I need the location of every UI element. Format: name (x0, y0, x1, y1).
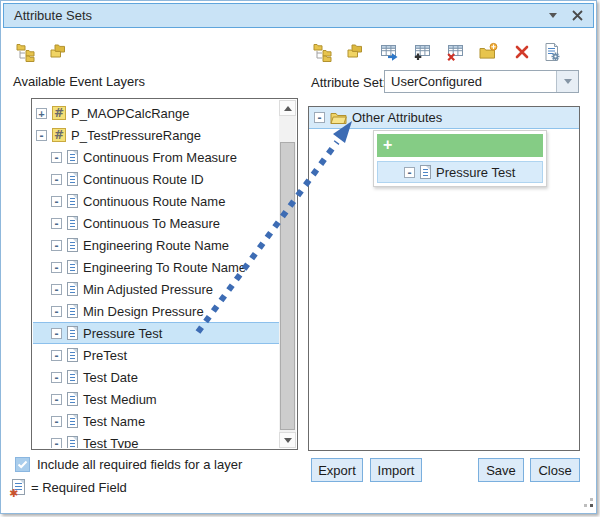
tree-item[interactable]: + P_MAOPCalcRange (33, 102, 279, 124)
arrow-up-icon (284, 102, 292, 111)
attribute-set-tree-button-2[interactable] (313, 42, 335, 63)
delete-button[interactable] (512, 42, 534, 63)
attribute-set-tree-button[interactable] (16, 42, 38, 63)
expander-icon[interactable]: - (51, 196, 62, 207)
tree-item-label: Min Adjusted Pressure (83, 282, 213, 297)
expander-icon[interactable]: - (51, 372, 62, 383)
combobox-dropdown-button[interactable] (556, 71, 578, 92)
tree-item[interactable]: - PreTest (33, 344, 279, 366)
tree-item[interactable]: - Continuous To Measure (33, 212, 279, 234)
expander-icon[interactable]: - (51, 152, 62, 163)
tree-item-label: Engineering Route Name (83, 238, 229, 253)
tree-item[interactable]: - Continuous Route ID (33, 168, 279, 190)
tree-item[interactable]: - Pressure Test (33, 322, 279, 344)
expander-icon[interactable]: - (51, 174, 62, 185)
resize-grip[interactable] (580, 497, 594, 511)
tree-item-label: Continuous Route Name (83, 194, 225, 209)
expander-icon[interactable]: - (51, 416, 62, 427)
tree-item[interactable]: - Test Type (33, 432, 279, 448)
drag-preview-item: - Pressure Test (377, 161, 543, 183)
legend-text: = Required Field (31, 480, 127, 495)
tree-item-label: Test Date (83, 370, 138, 385)
expander-icon[interactable]: - (51, 306, 62, 317)
expander-icon[interactable]: - (51, 438, 62, 449)
table-x-icon (445, 42, 465, 62)
document-gear-icon (542, 42, 562, 62)
tree-item[interactable]: - Continuous Route Name (33, 190, 279, 212)
tree-item-label: Pressure Test (83, 326, 162, 341)
tree-item-label: Test Medium (83, 392, 157, 407)
folder-badge-icon (478, 42, 498, 62)
include-required-checkbox[interactable] (15, 457, 30, 472)
item-icon (67, 260, 78, 274)
attribute-set-combobox[interactable]: UserConfigured (384, 70, 579, 93)
configure-document-button[interactable] (542, 42, 564, 63)
expander-icon[interactable]: - (51, 218, 62, 229)
collapse-chevron-icon[interactable] (549, 13, 557, 22)
expander-icon[interactable]: - (314, 112, 325, 123)
import-button[interactable]: Import (370, 458, 422, 482)
expander-icon[interactable]: + (36, 108, 47, 119)
scroll-up-button[interactable] (279, 100, 296, 116)
expander-icon: - (404, 167, 415, 178)
item-icon (67, 348, 78, 362)
other-attributes-folder-row[interactable]: - Other Attributes (309, 107, 579, 129)
attribute-set-tree-icon (313, 42, 333, 62)
arrow-down-icon (284, 438, 292, 447)
save-button[interactable]: Save (478, 458, 524, 482)
tree-item[interactable]: - Test Medium (33, 388, 279, 410)
expander-icon[interactable]: - (51, 240, 62, 251)
scroll-down-button[interactable] (279, 432, 296, 448)
titlebar[interactable]: Attribute Sets (3, 3, 594, 28)
available-event-layers-panel: + P_MAOPCalcRange - P_TestPressureRange … (31, 98, 298, 450)
add-event-table-button[interactable] (412, 42, 434, 63)
export-button[interactable]: Export (311, 458, 363, 482)
item-icon (67, 304, 78, 318)
tree-item[interactable]: - Test Name (33, 410, 279, 432)
copy-event-table-button[interactable] (379, 42, 401, 63)
item-icon (67, 150, 78, 164)
scrollbar-thumb[interactable] (280, 142, 295, 430)
item-icon (67, 216, 78, 230)
expander-icon[interactable]: - (51, 262, 62, 273)
drag-preview: + - Pressure Test (373, 130, 547, 187)
tree-item-label: Engineering To Route Name (83, 260, 246, 275)
include-required-label: Include all required fields for a layer (37, 457, 242, 472)
expander-icon[interactable]: - (36, 130, 47, 141)
tree-item[interactable]: - Continuous From Measure (33, 146, 279, 168)
attribute-set-label: Attribute Set: (311, 75, 386, 90)
tree-item-label: Continuous Route ID (83, 172, 204, 187)
close-button[interactable]: Close (530, 458, 580, 482)
red-x-icon (512, 42, 532, 62)
drag-item-label: Pressure Test (436, 165, 515, 180)
close-icon[interactable] (572, 10, 583, 21)
item-icon (67, 392, 78, 406)
document-icon (420, 165, 431, 179)
open-attribute-set-button-2[interactable] (346, 42, 368, 63)
attribute-set-panel: - Other Attributes + - Pressure Test (308, 106, 580, 451)
expander-icon[interactable]: - (51, 328, 62, 339)
tree-scrollbar[interactable] (279, 100, 296, 448)
item-icon (67, 238, 78, 252)
chevron-down-icon (564, 79, 572, 88)
tree-item[interactable]: - Min Adjusted Pressure (33, 278, 279, 300)
tree-item-label: P_TestPressureRange (71, 128, 201, 143)
tree-item[interactable]: - Min Design Pressure (33, 300, 279, 322)
required-field-icon: ✱ (12, 479, 25, 495)
folders-icon (49, 42, 69, 62)
item-icon (67, 326, 78, 340)
window-title: Attribute Sets (4, 8, 549, 23)
asterisk-icon: ✱ (9, 488, 18, 499)
tree-item[interactable]: - P_TestPressureRange (33, 124, 279, 146)
expander-icon[interactable]: - (51, 350, 62, 361)
expander-icon[interactable]: - (51, 284, 62, 295)
tree-item[interactable]: - Engineering Route Name (33, 234, 279, 256)
open-attribute-set-button[interactable] (49, 42, 71, 63)
tree-item[interactable]: - Engineering To Route Name (33, 256, 279, 278)
tree-item-label: Test Name (83, 414, 145, 429)
remove-event-table-button[interactable] (445, 42, 467, 63)
expander-icon[interactable]: - (51, 394, 62, 405)
new-attribute-folder-button[interactable] (478, 42, 500, 63)
folder-label: Other Attributes (352, 110, 442, 125)
tree-item[interactable]: - Test Date (33, 366, 279, 388)
